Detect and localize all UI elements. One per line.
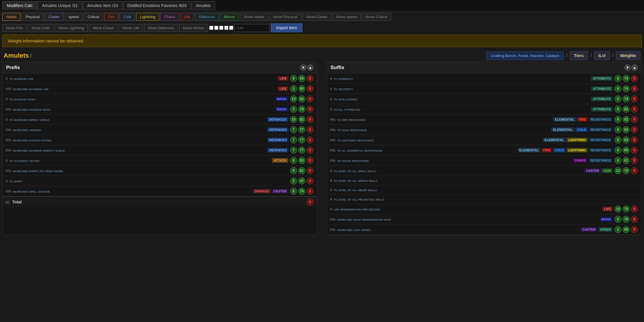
ilvl-input[interactable]	[234, 24, 270, 32]
mod-row[interactable]: #% increased Spell DamageDAMAGECASTER676…	[3, 186, 317, 196]
mod-row[interactable]: # to Level of all Spell SkillsCASTERGEM1…	[327, 166, 641, 176]
mod-row[interactable]: #% increased maximum Energy ShieldDEFENC…	[3, 145, 317, 155]
filter-btn-physical[interactable]: Physical	[22, 13, 43, 21]
prefix-panel-header: Prefix ▼ ▲	[3, 62, 317, 73]
filter-btn-fire[interactable]: Fire	[104, 13, 118, 21]
tab-amulets-item[interactable]: Amulets Item /10	[83, 1, 122, 10]
suffix-collapse-down[interactable]: ▼	[624, 64, 631, 71]
filter-btn-none-speed[interactable]: None speed	[333, 13, 361, 21]
mod-row[interactable]: # to Level of all Melee Skills	[327, 185, 641, 195]
mod-row[interactable]: #% to Lightning ResistanceELEMENTALLIGHT…	[327, 135, 641, 145]
mod-num2: 79	[298, 106, 305, 113]
checkbox-4[interactable]	[224, 26, 228, 30]
filter-btn-none-caster[interactable]: None Caster	[302, 13, 331, 21]
mod-num1: 6	[614, 216, 621, 223]
mod-row[interactable]: #% increased Mana Regeneration RateMANA6…	[327, 214, 641, 225]
checkbox-1[interactable]	[209, 26, 213, 30]
mod-tag: LIFE	[278, 76, 288, 81]
mod-tag: CASTER	[580, 227, 597, 232]
mod-num1: 5	[290, 167, 297, 174]
tab-distilled[interactable]: Distilled Emotions Passives /603	[123, 1, 191, 10]
mod-num1: 6	[614, 157, 621, 164]
mod-row[interactable]: #% to Chaos ResistanceCHAOSRESISTANCE681…	[327, 155, 641, 166]
mod-tags: ATTRIBUTE	[591, 86, 613, 91]
filter-btn-none-life[interactable]: None Life	[119, 24, 143, 32]
crafting-bench-button[interactable]: Crafting Bench, Fossil, Harvest, Catalys…	[487, 52, 564, 60]
mod-num2: 77	[298, 147, 305, 154]
mod-row[interactable]: # to maximum Energy ShieldDEFENCES10820	[3, 114, 317, 125]
mod-name: #% to Chaos Resistance	[330, 158, 573, 163]
filter-btn-none-chaos[interactable]: None Chaos	[89, 24, 118, 32]
filter-btn-lightning[interactable]: Lightning	[136, 13, 159, 21]
mod-num1: 13	[290, 95, 297, 102]
checkbox-2[interactable]	[214, 26, 218, 30]
filter-btn-none-defences[interactable]: None Defences	[144, 24, 178, 32]
mod-name: # to Strength	[330, 76, 591, 81]
filter-btn-cold[interactable]: Cold	[119, 13, 135, 21]
mod-row[interactable]: #% increased Cast SpeedCASTERSPEED5680	[327, 225, 641, 235]
filter-btn-attack[interactable]: Attack	[2, 13, 20, 21]
mod-row[interactable]: # to all AttributesATTRIBUTE9820	[327, 104, 641, 114]
mod-row[interactable]: # to Spirit5470	[3, 176, 317, 186]
title-text: Amulets	[4, 52, 29, 59]
tab-modifiers-calc[interactable]: Modifiers Calc	[2, 1, 37, 10]
weights-button[interactable]: Weights	[616, 51, 640, 60]
mod-row[interactable]: #% increased maximum ManaMANA3790	[3, 104, 317, 114]
mod-row[interactable]: # to maximum ManaMANA13820	[3, 94, 317, 104]
filter-btn-none-fire[interactable]: None Fire	[2, 24, 27, 32]
mod-tag: ATTRIBUTE	[591, 97, 613, 101]
prefix-collapse-up[interactable]: ▲	[307, 64, 314, 71]
filter-btn-none-minion[interactable]: None Minion	[179, 24, 208, 32]
filter-btn-life[interactable]: Life	[180, 13, 194, 21]
ilvl-button[interactable]: iLvl	[594, 51, 610, 60]
filter-btn-caster[interactable]: Caster	[45, 13, 64, 21]
mod-num2: 47	[298, 177, 305, 184]
mod-row[interactable]: #% increased maximum LifeLIFE3800	[3, 84, 317, 94]
tab-amulets[interactable]: Amulets	[191, 1, 215, 10]
filter-btn-none-critical[interactable]: None Critical	[362, 13, 391, 21]
mod-row[interactable]: # to maximum LifeLIFE9560	[3, 73, 317, 84]
mod-num3: 0	[631, 95, 638, 102]
mod-num3: 0	[631, 167, 638, 174]
checkbox-5[interactable]	[229, 26, 233, 30]
filter-btn-minion[interactable]: Minion	[220, 13, 239, 21]
filter-btn-none-cold[interactable]: None Cold	[28, 24, 53, 32]
filter-btn-defences[interactable]: Defences	[195, 13, 219, 21]
mod-name: #% increased Cast Speed	[330, 227, 580, 232]
mod-row[interactable]: # to Level of all Minion Skills	[327, 176, 641, 185]
filter-btn-none-physical[interactable]: None Physical	[269, 13, 301, 21]
mod-row[interactable]: # to StrengthATTRIBUTE8740	[327, 73, 641, 84]
mod-row[interactable]: # to Level of all Projectile Skills	[327, 195, 641, 204]
import-item-button[interactable]: Import Item	[271, 23, 303, 32]
suffix-collapse-up[interactable]: ▲	[631, 64, 638, 71]
mod-row[interactable]: # Life Regeneration per secondLIFE10750	[327, 204, 641, 214]
mod-num3: 0	[631, 157, 638, 164]
mod-num3: 0	[306, 85, 314, 92]
mod-row[interactable]: # to DexterityATTRIBUTE8740	[327, 84, 641, 94]
filter-btn-none-attack[interactable]: None Attack	[240, 13, 268, 21]
tab-amulets-unique[interactable]: Amulets Unique /21	[38, 1, 82, 10]
mod-tag: DEFENCES	[267, 138, 288, 142]
mod-tag: ATTRIBUTE	[591, 86, 613, 91]
tiers-button[interactable]: Tiers	[570, 51, 588, 60]
mod-row[interactable]: #% increased Rarity of Items found5810	[3, 166, 317, 176]
mod-num3: 0	[631, 85, 638, 92]
filter-btn-chaos[interactable]: Chaos	[160, 13, 179, 21]
mod-row[interactable]: #% to all Elemental ResistancesELEMENTAL…	[327, 145, 641, 155]
prefix-collapse-down[interactable]: ▼	[300, 64, 306, 71]
checkbox-3[interactable]	[219, 26, 223, 30]
filter-btn-none-lightning[interactable]: None Lightning	[55, 24, 88, 32]
mod-row[interactable]: #% to Fire ResistanceELEMENTALFIRERESIST…	[327, 114, 641, 125]
mod-row[interactable]: # to Accuracy RatingATTACK8630	[3, 155, 317, 166]
mod-num1: 7	[290, 147, 297, 154]
mod-row[interactable]: # to IntelligenceATTRIBUTE8740	[327, 94, 641, 104]
mod-num1: 10	[614, 205, 621, 213]
mod-tag: ATTRIBUTE	[591, 107, 613, 112]
mod-row[interactable]: #% increased Evasion RatingDEFENCES7770	[3, 135, 317, 145]
filter-btn-critical[interactable]: Critical	[84, 13, 103, 21]
mod-row[interactable]: #% increased ArmourDEFENCES7770	[3, 125, 317, 135]
mod-tag: GEM	[602, 168, 613, 173]
mod-num1: 3	[290, 85, 297, 92]
mod-row[interactable]: #% to Cold ResistanceELEMENTALCOLDRESIST…	[327, 125, 641, 135]
filter-btn-speed[interactable]: speed	[65, 13, 83, 21]
